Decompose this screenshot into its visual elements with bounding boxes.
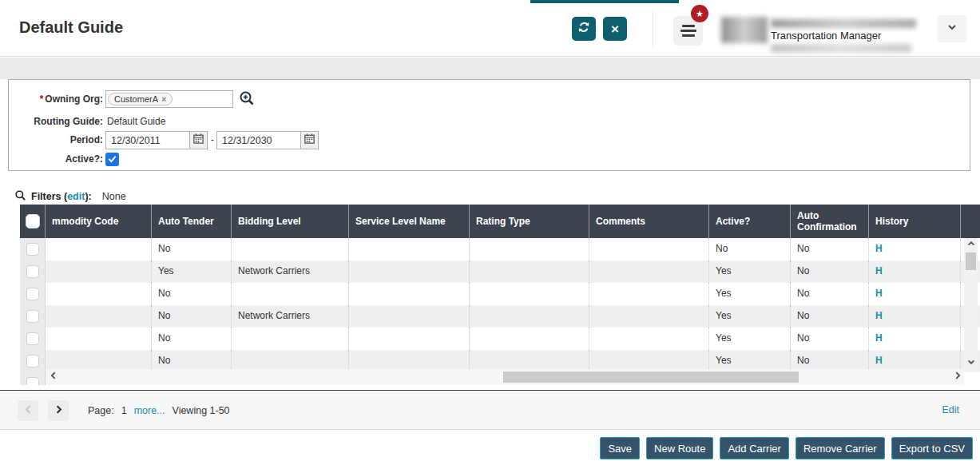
page-number: 1	[121, 405, 127, 416]
chevron-right-icon	[953, 370, 962, 384]
period-end-input[interactable]: 12/31/2030	[217, 132, 300, 149]
row-checkbox[interactable]	[26, 332, 39, 345]
column-header-commodity-code[interactable]: mmodity Code	[46, 205, 152, 238]
row-checkbox[interactable]	[26, 243, 39, 256]
calendar-button[interactable]	[189, 132, 207, 149]
history-link[interactable]: H	[875, 288, 883, 299]
new-route-button[interactable]: New Route	[646, 437, 713, 459]
cell-bidding-level: Network Carriers	[232, 305, 349, 328]
row-checkbox[interactable]	[26, 355, 39, 368]
cell-commodity-code	[46, 238, 152, 260]
chevron-up-icon	[966, 237, 976, 252]
remove-carrier-button[interactable]: Remove Carrier	[796, 437, 885, 459]
cell-auto-confirmation: No	[791, 238, 869, 260]
row-checkbox-cell	[20, 328, 46, 350]
row-checkbox-cell	[20, 238, 46, 260]
close-button[interactable]: ×	[603, 17, 627, 41]
vertical-scroll-thumb[interactable]	[966, 252, 976, 270]
calendar-button[interactable]	[300, 132, 318, 149]
app-window: Default Guide × ★ Tr	[0, 0, 980, 461]
cell-history: H	[869, 260, 961, 283]
row-checkbox[interactable]	[26, 310, 39, 323]
user-menu-button[interactable]	[937, 15, 967, 42]
export-to-csv-button[interactable]: Export to CSV	[891, 437, 973, 459]
menu-bar	[682, 25, 695, 27]
column-header-auto-confirmation[interactable]: Auto Confirmation	[791, 205, 869, 238]
search-plus-icon	[239, 95, 255, 109]
next-page-button[interactable]	[48, 400, 69, 421]
column-header-auto-tender[interactable]: Auto Tender	[152, 205, 232, 238]
scroll-left-button[interactable]	[48, 370, 59, 384]
cell-service-level-name	[349, 305, 470, 328]
cell-service-level-name	[349, 260, 470, 283]
chip-remove-icon[interactable]: ×	[161, 95, 166, 104]
history-link[interactable]: H	[875, 355, 883, 366]
scroll-right-button[interactable]	[952, 370, 963, 384]
select-all-checkbox[interactable]	[26, 214, 40, 229]
refresh-icon	[577, 20, 591, 38]
more-pages-link[interactable]: more...	[134, 405, 165, 416]
filters-edit-link[interactable]: edit	[67, 191, 85, 202]
action-buttons: Save New Route Add Carrier Remove Carrie…	[600, 437, 973, 459]
user-info: Transportation Manager	[771, 19, 930, 53]
horizontal-scrollbar[interactable]	[46, 369, 964, 385]
pagination-bar: Page:1more...Viewing 1-50 Edit	[0, 390, 980, 430]
owning-org-chip[interactable]: CustomerA ×	[108, 93, 173, 105]
row-checkbox-cell	[20, 283, 46, 305]
user-org-redacted	[771, 44, 911, 53]
cell-commodity-code	[46, 305, 152, 328]
cell-comments	[589, 283, 709, 305]
column-header-rating-type[interactable]: Rating Type	[470, 205, 589, 238]
refresh-button[interactable]	[572, 17, 596, 41]
active-checkbox[interactable]	[105, 153, 119, 166]
row-checkbox[interactable]	[26, 288, 39, 300]
active-label: Active?:	[9, 153, 103, 165]
pagination-info: Page:1more...Viewing 1-50	[88, 405, 237, 416]
period-end-field: 12/31/2030	[216, 131, 319, 149]
chevron-down-icon	[966, 356, 976, 370]
cell-active: Yes	[709, 283, 791, 305]
cell-comments	[589, 328, 709, 350]
period-start-input[interactable]: 12/30/2011	[106, 132, 189, 149]
cell-rating-type	[470, 283, 589, 305]
history-link[interactable]: H	[875, 310, 883, 321]
history-link[interactable]: H	[875, 332, 883, 344]
cell-history: H	[869, 305, 961, 328]
owning-org-input[interactable]: CustomerA ×	[105, 90, 233, 108]
cell-auto-tender: No	[152, 328, 232, 350]
save-button[interactable]: Save	[600, 437, 640, 459]
row-checkbox[interactable]	[26, 377, 39, 385]
column-header-bidding-level[interactable]: Bidding Level	[232, 205, 349, 238]
column-header-service-level-name[interactable]: Service Level Name	[349, 205, 470, 238]
row-checkbox-cell	[20, 260, 46, 283]
cell-auto-confirmation: No	[791, 283, 869, 305]
edit-link[interactable]: Edit	[942, 404, 959, 415]
page-title: Default Guide	[19, 18, 123, 37]
page-label: Page:	[88, 405, 114, 416]
period-label: Period:	[9, 134, 103, 145]
add-carrier-button[interactable]: Add Carrier	[720, 437, 788, 459]
cell-service-level-name	[349, 283, 470, 305]
close-icon: ×	[611, 22, 619, 36]
cell-history: H	[869, 328, 961, 350]
cell-rating-type	[470, 238, 589, 260]
vertical-scrollbar[interactable]	[964, 238, 978, 369]
scroll-up-button[interactable]	[964, 238, 978, 251]
column-header-active[interactable]: Active?	[709, 205, 791, 238]
notification-star-badge[interactable]: ★	[691, 5, 708, 22]
menu-bar	[682, 34, 695, 37]
column-header-comments[interactable]: Comments	[589, 205, 709, 238]
checkmark-icon	[107, 153, 117, 167]
previous-page-button[interactable]	[18, 400, 38, 421]
history-link[interactable]: H	[875, 265, 883, 276]
row-checkbox[interactable]	[26, 265, 39, 278]
user-role-label: Transportation Manager	[771, 30, 930, 42]
owning-org-label: *Owning Org:	[9, 93, 103, 105]
history-link[interactable]: H	[875, 243, 883, 254]
cell-comments	[589, 238, 709, 260]
scroll-down-button[interactable]	[964, 356, 978, 369]
cell-bidding-level: Network Carriers	[232, 260, 349, 283]
column-header-history[interactable]: History	[869, 205, 961, 238]
org-lookup-button[interactable]	[239, 90, 255, 106]
horizontal-scroll-thumb[interactable]	[503, 372, 799, 383]
